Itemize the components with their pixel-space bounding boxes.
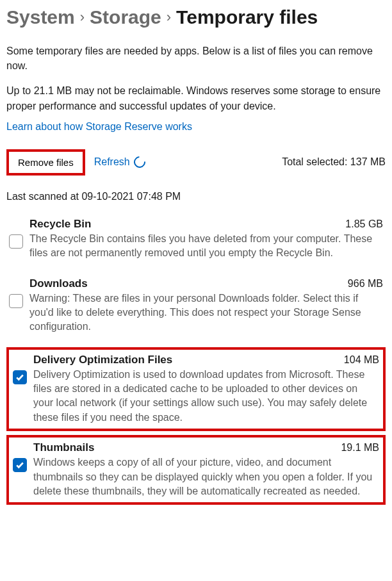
breadcrumb-system[interactable]: System	[6, 6, 75, 28]
item-body: Recycle Bin1.85 GBThe Recycle Bin contai…	[29, 218, 383, 261]
refresh-button[interactable]: Refresh	[94, 156, 145, 168]
storage-reserve-link[interactable]: Learn about how Storage Reserve works	[6, 121, 192, 133]
item-body: Downloads966 MBWarning: These are files …	[29, 277, 383, 334]
file-category-item: Thumbnails19.1 MBWindows keeps a copy of…	[6, 435, 386, 505]
breadcrumb-current: Temporary files	[176, 6, 318, 28]
item-body: Delivery Optimization Files104 MBDeliver…	[33, 354, 379, 425]
item-head: Downloads966 MB	[29, 277, 383, 290]
item-head: Recycle Bin1.85 GB	[29, 218, 383, 231]
total-selected: Total selected: 137 MB	[282, 156, 386, 168]
item-description: Windows keeps a copy of all of your pict…	[33, 455, 379, 498]
item-size: 104 MB	[344, 354, 379, 366]
item-head: Thumbnails19.1 MB	[33, 441, 379, 454]
item-description: Warning: These are files in your persona…	[29, 291, 383, 334]
reserve-note: Up to 21.1 MB may not be reclaimable. Wi…	[6, 83, 386, 113]
item-description: The Recycle Bin contains files you have …	[29, 232, 383, 261]
item-checkbox[interactable]	[13, 458, 27, 472]
breadcrumb-storage[interactable]: Storage	[90, 6, 161, 28]
item-size: 966 MB	[348, 278, 383, 290]
last-scanned: Last scanned at 09-10-2021 07:48 PM	[6, 191, 386, 202]
item-title: Thumbnails	[33, 441, 94, 454]
chevron-right-icon: ›	[80, 9, 85, 26]
breadcrumb: System › Storage › Temporary files	[6, 6, 386, 28]
file-category-item: Recycle Bin1.85 GBThe Recycle Bin contai…	[6, 214, 386, 270]
item-title: Downloads	[29, 277, 88, 290]
file-category-item: Delivery Optimization Files104 MBDeliver…	[6, 347, 386, 432]
action-row: Remove files Refresh Total selected: 137…	[6, 149, 386, 176]
item-size: 19.1 MB	[341, 442, 379, 454]
refresh-icon	[131, 154, 147, 170]
item-title: Recycle Bin	[29, 218, 91, 231]
intro-text: Some temporary files are needed by apps.…	[6, 44, 386, 73]
item-title: Delivery Optimization Files	[33, 354, 172, 366]
refresh-label: Refresh	[94, 156, 130, 168]
remove-files-button[interactable]: Remove files	[6, 149, 85, 176]
item-checkbox[interactable]	[13, 370, 27, 384]
item-description: Delivery Optimization is used to downloa…	[33, 368, 379, 425]
item-body: Thumbnails19.1 MBWindows keeps a copy of…	[33, 441, 379, 498]
item-checkbox[interactable]	[9, 294, 23, 308]
item-checkbox[interactable]	[9, 234, 23, 249]
item-head: Delivery Optimization Files104 MB	[33, 354, 379, 366]
item-size: 1.85 GB	[345, 218, 383, 230]
chevron-right-icon: ›	[167, 9, 171, 26]
file-category-item: Downloads966 MBWarning: These are files …	[6, 274, 386, 343]
